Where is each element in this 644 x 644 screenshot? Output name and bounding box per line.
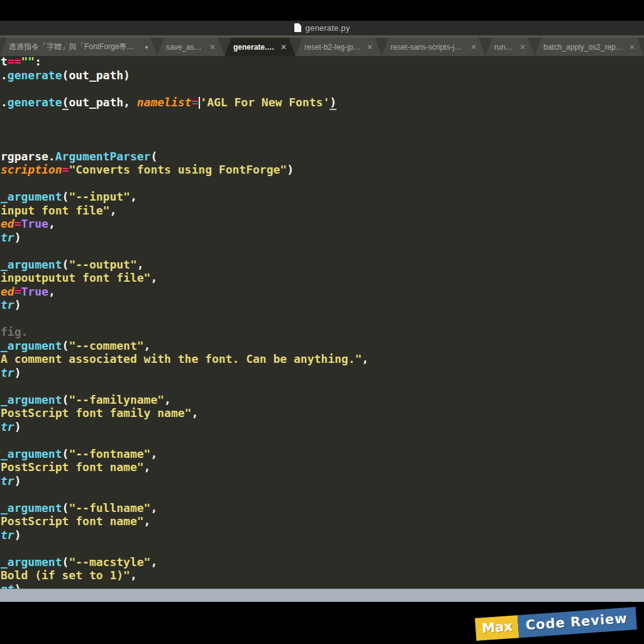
code-line: Bold (if set to 1)", [1, 569, 644, 582]
code-line: PostScript font name", [1, 514, 644, 528]
code-line: tr) [1, 474, 644, 488]
editor[interactable]: t=="":.generate(out_path).generate(out_p… [0, 56, 644, 589]
code-line [1, 379, 644, 393]
code-line: rgparse.ArgumentParser( [1, 150, 644, 164]
code-line: nt) [1, 582, 644, 589]
watermark-right: Code Review [518, 607, 637, 638]
code-line: tr) [1, 420, 644, 434]
code-line: .generate(out_path) [1, 69, 644, 82]
code-line: .generate(out_path, namelist='AGL For Ne… [1, 96, 644, 109]
code-line: _argument("--familyname", [1, 393, 644, 407]
tab-label: 透過指令「字體」與「FontForge專案」互轉 [9, 42, 139, 52]
code-line: inpoutputut font file", [1, 271, 644, 285]
tab-label: save_as.py [166, 43, 204, 52]
code-line [1, 123, 644, 136]
code-line: _argument("--input", [1, 190, 644, 204]
tab-batch_apply_os2_replace.py[interactable]: batch_apply_os2_replace.py✕ [535, 38, 644, 56]
window-title: generate.py [306, 23, 350, 33]
tab-label: generate.py [233, 43, 275, 52]
close-icon[interactable]: ✕ [629, 43, 635, 52]
code-line [1, 109, 644, 123]
code-line: scription="Converts fonts using FontForg… [1, 163, 644, 177]
tab-generate.py[interactable]: generate.py✕ [225, 38, 296, 56]
file-icon [294, 23, 301, 32]
screen: generate.py 透過指令「字體」與「FontForge專案」互轉●sav… [0, 0, 644, 644]
code-line: tr) [1, 298, 644, 312]
close-icon[interactable]: ✕ [367, 43, 373, 52]
tab-run.sh[interactable]: run.sh✕ [486, 38, 535, 56]
close-icon[interactable]: ✕ [470, 43, 477, 52]
tab-bar: 透過指令「字體」與「FontForge專案」互轉●save_as.py✕gene… [0, 35, 644, 56]
tab-label: reset-b2-leg-jp.sh [304, 43, 361, 52]
watermark-left: Max [475, 615, 519, 641]
code-line [1, 541, 644, 555]
close-icon[interactable]: ✕ [280, 43, 287, 52]
code-lines: t=="":.generate(out_path).generate(out_p… [0, 56, 644, 589]
code-line: tr) [1, 528, 644, 542]
tab-透過指令「字體」與「FontForge專案」互轉[interactable]: 透過指令「字體」與「FontForge專案」互轉● [0, 38, 157, 56]
window-titlebar: generate.py [0, 21, 644, 35]
code-line: tr) [1, 366, 644, 380]
code-line [1, 312, 644, 326]
tab-label: reset-sans-scripts-jp.sh [391, 43, 465, 52]
code-line: _argument("--comment", [1, 339, 644, 353]
close-icon[interactable]: ✕ [519, 43, 526, 52]
code-line [1, 244, 644, 258]
tab-label: run.sh [494, 43, 514, 52]
code-line: _argument("--fullname", [1, 501, 644, 515]
sublime-text-window: generate.py 透過指令「字體」與「FontForge專案」互轉●sav… [0, 21, 644, 602]
tab-reset-sans-scripts-jp.sh[interactable]: reset-sans-scripts-jp.sh✕ [382, 38, 486, 56]
code-line: ed=True, [1, 217, 644, 231]
tab-save_as.py[interactable]: save_as.py✕ [157, 38, 225, 56]
tab-label: batch_apply_os2_replace.py [543, 43, 623, 52]
code-line [1, 177, 644, 191]
code-line: tr) [1, 231, 644, 245]
code-line: input font file", [1, 204, 644, 218]
horizontal-scrollbar[interactable] [0, 589, 644, 602]
code-line: t=="": [1, 56, 644, 69]
code-line: _argument("--macstyle", [1, 555, 644, 569]
code-line: ed=True, [1, 285, 644, 299]
code-line: PostScript font family name", [1, 406, 644, 420]
code-line [1, 82, 644, 96]
code-line [1, 487, 644, 501]
code-line: _argument("--fontname", [1, 447, 644, 461]
code-line: fig. [1, 325, 644, 339]
dirty-dot-icon: ● [145, 43, 148, 50]
tab-reset-b2-leg-jp.sh[interactable]: reset-b2-leg-jp.sh✕ [296, 38, 382, 56]
code-line [1, 136, 644, 150]
code-line: PostScript font name", [1, 460, 644, 474]
watermark-badge: MaxCode Review [475, 607, 637, 641]
close-icon[interactable]: ✕ [209, 43, 216, 52]
code-line: _argument("--output", [1, 258, 644, 272]
code-line: A comment associated with the font. Can … [1, 352, 644, 366]
code-line [1, 433, 644, 447]
